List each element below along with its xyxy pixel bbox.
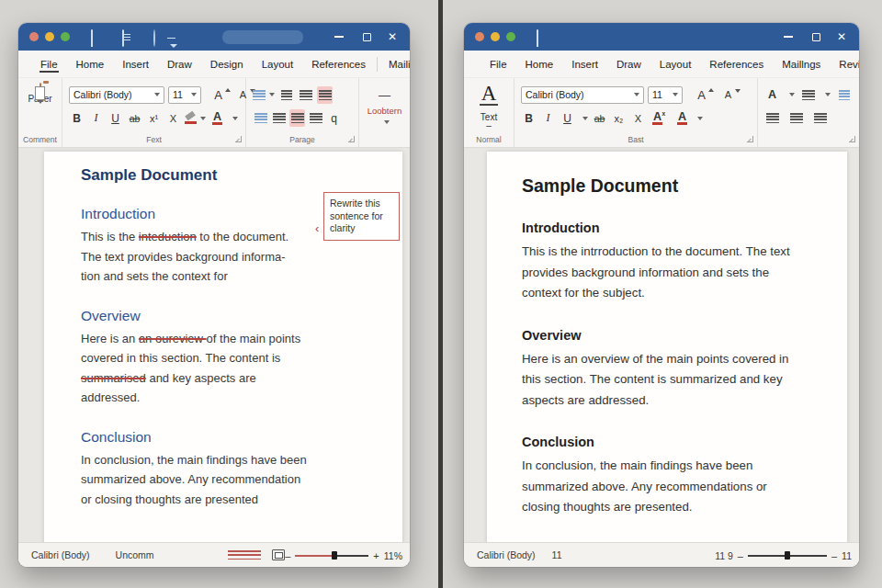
underline-button[interactable]: U (560, 109, 575, 127)
tab-insert[interactable]: Insert (562, 51, 607, 77)
paste-button[interactable]: Paser (18, 84, 62, 114)
align-center-button[interactable] (271, 109, 287, 127)
pilcrow-button[interactable]: q (326, 109, 342, 127)
font-size-select[interactable]: 11 (168, 86, 201, 104)
line-spacing-button[interactable] (253, 86, 275, 104)
font-name-select[interactable]: Calibri (Body) (69, 86, 164, 104)
justify-button[interactable] (308, 109, 323, 127)
strikethrough-button[interactable]: ab (592, 109, 607, 127)
tab-layout[interactable]: Layout (253, 51, 303, 77)
bold-button[interactable]: B (521, 109, 537, 127)
save-icon[interactable] (120, 30, 135, 43)
tab-mailings[interactable]: Mailings (379, 51, 410, 77)
tab-file[interactable]: File (31, 51, 67, 77)
grow-font-button[interactable]: A (694, 86, 709, 104)
tab-home[interactable]: Home (516, 51, 563, 77)
traffic-light-zoom[interactable] (61, 32, 70, 41)
underline-button[interactable]: U (107, 109, 123, 127)
traffic-light-close[interactable] (475, 32, 484, 41)
italic-button[interactable]: I (88, 109, 104, 127)
font-color-x-button[interactable]: Ax (650, 109, 665, 127)
zoom-slider[interactable] (748, 555, 827, 557)
titlebar[interactable]: ✕ (464, 23, 859, 51)
superscript-button[interactable]: x¹ (146, 109, 162, 127)
titlebar-search[interactable] (222, 30, 303, 44)
italic-button[interactable]: I (540, 109, 556, 127)
chevron-down-icon[interactable] (384, 120, 390, 124)
dialog-launcher-icon[interactable] (747, 136, 753, 142)
zoom-knob[interactable] (332, 551, 337, 560)
sync-status-icon[interactable] (150, 30, 164, 43)
tab-references[interactable]: References (302, 51, 375, 77)
tab-insert[interactable]: Insert (113, 51, 158, 77)
line-spacing-button[interactable] (800, 86, 816, 104)
zoom-in-button[interactable]: + (373, 550, 379, 561)
titlebar[interactable]: ✕ (18, 23, 410, 51)
zoom-out-button[interactable]: – (285, 550, 290, 561)
font-name-select[interactable]: Calibri (Body) (521, 86, 644, 104)
align-right-button[interactable] (812, 109, 828, 127)
track-changes-icon[interactable] (228, 550, 261, 560)
zoom-percentage[interactable]: 11 (842, 550, 852, 561)
shading-button[interactable] (317, 86, 333, 104)
tab-references[interactable]: References (700, 51, 773, 77)
tab-draw[interactable]: Draw (158, 51, 201, 77)
status-font-label[interactable]: Calibri (Body) (31, 549, 90, 560)
tab-review[interactable]: Review (830, 51, 859, 77)
text-effects-button[interactable]: A (764, 86, 780, 104)
font-color-button[interactable]: A (674, 109, 690, 127)
align-left-button[interactable] (253, 109, 268, 127)
text-style-button[interactable]: A (480, 84, 499, 106)
traffic-light-minimize[interactable] (491, 32, 500, 41)
numbered-list-button[interactable] (278, 86, 294, 104)
close-button[interactable]: ✕ (379, 23, 406, 51)
bold-button[interactable]: B (69, 109, 85, 127)
dialog-launcher-icon[interactable] (235, 136, 242, 142)
tab-layout[interactable]: Layout (650, 51, 701, 77)
align-left-button[interactable] (764, 109, 780, 127)
status-mode-label[interactable]: Uncomm (116, 549, 154, 560)
minimize-button[interactable] (325, 23, 353, 51)
shrink-font-button[interactable]: A (720, 86, 736, 104)
close-button[interactable]: ✕ (828, 23, 855, 51)
comment-box[interactable]: Rewrite this sontence for clarity (323, 192, 400, 241)
traffic-light-zoom[interactable] (506, 32, 515, 41)
align-right-button[interactable] (289, 109, 305, 127)
strikethrough-button[interactable]: ab (127, 109, 142, 127)
maximize-button[interactable] (353, 23, 380, 51)
status-font-label[interactable]: Calibri (Body) (477, 549, 536, 560)
font-size-select[interactable]: 11 (648, 86, 683, 104)
zoom-out-button[interactable]: – (738, 550, 743, 561)
highlight-color-button[interactable] (185, 109, 206, 127)
tab-home[interactable]: Home (67, 51, 114, 77)
subscript-button[interactable]: x₂ (611, 109, 627, 127)
zoom-in-button[interactable]: – (831, 550, 837, 561)
quick-access-chevron-icon[interactable] (167, 38, 175, 39)
zoom-knob[interactable] (785, 551, 790, 560)
font-color-button[interactable]: A (209, 109, 225, 127)
align-center-button[interactable] (788, 109, 804, 127)
autosave-icon[interactable] (91, 30, 106, 43)
styles-button[interactable]: Loobtern (368, 106, 402, 116)
bullet-list-button[interactable] (298, 86, 313, 104)
styles-dash-button[interactable]: — (377, 86, 392, 104)
document-page[interactable]: Sample Document Introduction This is the… (487, 152, 847, 542)
autosave-icon[interactable] (537, 30, 551, 43)
zoom-percentage[interactable]: 11% (384, 550, 402, 561)
status-size-label[interactable]: 11 (552, 549, 562, 560)
traffic-light-minimize[interactable] (45, 32, 54, 41)
tab-design[interactable]: Design (201, 51, 253, 77)
paste-dropdown-icon[interactable] (38, 100, 43, 114)
tab-draw[interactable]: Draw (607, 51, 650, 77)
traffic-light-close[interactable] (29, 32, 39, 41)
bullet-list-button[interactable] (836, 86, 852, 104)
clear-formatting-button[interactable]: X (165, 109, 181, 127)
dialog-launcher-icon[interactable] (849, 136, 855, 142)
dialog-launcher-icon[interactable] (348, 136, 355, 142)
minimize-button[interactable] (775, 23, 802, 51)
page-view-icon[interactable] (272, 549, 285, 560)
tab-file[interactable]: File (481, 51, 516, 77)
tab-mailings[interactable]: Maillngs (773, 51, 830, 77)
grow-font-button[interactable]: A (210, 86, 226, 104)
zoom-slider[interactable] (295, 555, 368, 557)
